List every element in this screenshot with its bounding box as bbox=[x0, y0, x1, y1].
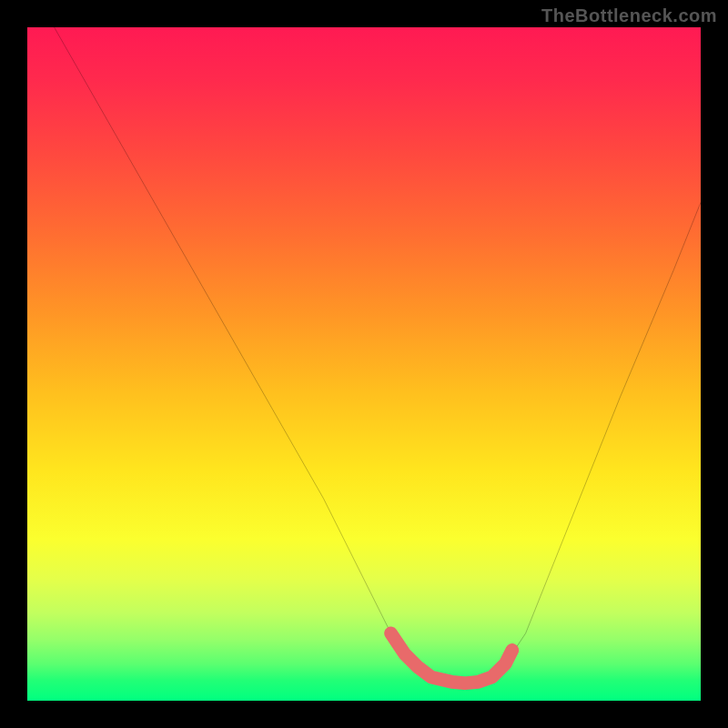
highlight-path bbox=[391, 633, 512, 683]
highlight-end-marker-icon bbox=[506, 644, 518, 656]
watermark-text: TheBottleneck.com bbox=[541, 5, 717, 26]
plot-svg bbox=[27, 27, 701, 701]
plot-area bbox=[27, 27, 701, 701]
curve-path bbox=[55, 27, 701, 683]
